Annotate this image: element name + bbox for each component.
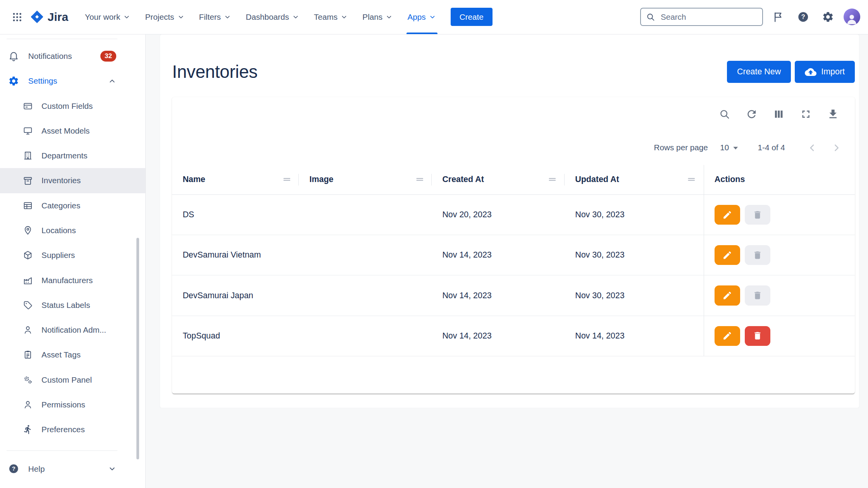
cell-actions [704, 275, 855, 316]
sidebar-item-label: Custom Fields [41, 101, 93, 111]
sidebar-item-suppliers[interactable]: Suppliers [0, 243, 145, 268]
chevron-down-icon [123, 13, 131, 21]
sidebar-item-label: Notification Adm... [41, 325, 106, 335]
nav-dashboards[interactable]: Dashboards [240, 7, 305, 27]
sidebar-item-label: Asset Models [41, 126, 90, 136]
nav-filters[interactable]: Filters [193, 7, 237, 27]
avatar-person-icon [845, 12, 858, 25]
jira-logo-icon [30, 10, 44, 24]
rows-per-page-select[interactable]: 10 [720, 142, 741, 153]
sidebar-item-categories[interactable]: Categories [0, 193, 145, 218]
search-input[interactable] [660, 12, 757, 22]
chevron-down-icon [429, 13, 436, 21]
cell-name: TopSquad [172, 316, 299, 356]
main-content: Inventories Create New Import [146, 34, 868, 488]
nav-label: Dashboards [246, 12, 289, 22]
cell-created-at: Nov 14, 2023 [432, 235, 565, 275]
column-resize-handle-icon[interactable] [414, 174, 425, 185]
sidebar-item-permissions[interactable]: Permissions [0, 392, 145, 417]
sidebar-item-asset-tags[interactable]: Asset Tags [0, 342, 145, 367]
sidebar-item-custom-panel[interactable]: Custom Panel [0, 367, 145, 392]
search-icon [646, 12, 656, 22]
settings-button[interactable] [819, 8, 838, 27]
factory-icon [23, 275, 33, 285]
table-fullscreen-button[interactable] [799, 107, 813, 121]
sidebar-item-preferences[interactable]: Preferences [0, 417, 145, 442]
sidebar-item-label: Preferences [41, 425, 85, 434]
sidebar-item-settings[interactable]: Settings [0, 69, 145, 93]
sidebar-item-manufacturers[interactable]: Manufacturers [0, 268, 145, 292]
sidebar-item-asset-models[interactable]: Asset Models [0, 119, 145, 143]
sidebar-item-label: Custom Panel [41, 375, 92, 385]
nav-label: Plans [362, 12, 382, 22]
cell-image [299, 316, 432, 356]
create-new-button[interactable]: Create New [727, 61, 790, 83]
column-resize-handle-icon[interactable] [281, 174, 293, 185]
sidebar-item-help[interactable]: Help [0, 457, 145, 481]
table-refresh-button[interactable] [744, 107, 759, 121]
column-header-created-at: Created At [432, 165, 565, 195]
edit-button[interactable] [715, 326, 740, 346]
cell-name: DevSamurai Vietnam [172, 235, 299, 275]
edit-button[interactable] [715, 285, 740, 305]
create-button[interactable]: Create [451, 8, 493, 26]
pagination: Rows per page 10 1-4 of 4 [172, 131, 854, 165]
delete-button [745, 245, 770, 265]
building-icon [23, 151, 33, 161]
table-columns-button[interactable] [772, 107, 786, 121]
nav-teams[interactable]: Teams [308, 7, 354, 27]
help-circle-icon [8, 463, 19, 474]
sidebar-item-departments[interactable]: Departments [0, 143, 145, 168]
sidebar-item-inventories[interactable]: Inventories [0, 168, 145, 193]
pagination-range: 1-4 of 4 [758, 143, 785, 152]
sidebar-item-notifications[interactable]: Notifications 32 [0, 44, 145, 69]
gear-icon [822, 11, 834, 23]
nav-plans[interactable]: Plans [357, 7, 398, 27]
user-avatar[interactable] [844, 9, 860, 25]
archive-box-icon [23, 176, 33, 186]
bell-icon [8, 51, 19, 62]
table-search-button[interactable] [718, 107, 732, 121]
announcements-button[interactable] [769, 8, 788, 27]
cell-created-at: Nov 20, 2023 [432, 195, 565, 235]
cell-name: DS [172, 195, 299, 235]
chevron-right-icon [830, 142, 842, 154]
sidebar-item-label: Notifications [28, 52, 72, 61]
nav-label: Projects [145, 12, 174, 22]
cell-updated-at: Nov 30, 2023 [565, 195, 704, 235]
import-button[interactable]: Import [795, 61, 855, 83]
primary-nav: Your work Projects Filters Dashboards Te… [79, 0, 493, 34]
pencil-icon [722, 331, 732, 341]
delete-button[interactable] [745, 326, 770, 346]
monitor-icon [23, 126, 33, 136]
nav-projects[interactable]: Projects [140, 7, 190, 27]
nav-your-work[interactable]: Your work [79, 7, 136, 27]
column-header-name: Name [172, 165, 299, 195]
column-label: Updated At [575, 175, 619, 184]
page-header: Inventories Create New Import [172, 34, 854, 83]
app-switcher-button[interactable] [8, 8, 27, 27]
edit-button[interactable] [715, 205, 740, 225]
edit-button[interactable] [715, 245, 740, 265]
table-download-button[interactable] [826, 107, 840, 121]
nav-apps[interactable]: Apps [402, 7, 442, 27]
cell-updated-at: Nov 30, 2023 [565, 235, 704, 275]
column-label: Created At [442, 175, 484, 184]
sidebar-item-custom-fields[interactable]: Custom Fields [0, 93, 145, 118]
column-resize-handle-icon[interactable] [547, 174, 558, 185]
cloud-upload-icon [805, 66, 816, 78]
person-icon [23, 325, 33, 335]
sidebar-item-status-labels[interactable]: Status Labels [0, 293, 145, 318]
sidebar-item-label: Categories [41, 201, 80, 210]
column-resize-handle-icon[interactable] [686, 174, 697, 185]
help-button[interactable] [794, 8, 813, 27]
cell-updated-at: Nov 30, 2023 [565, 275, 704, 316]
jira-logo[interactable]: Jira [30, 10, 68, 24]
sidebar-item-locations[interactable]: Locations [0, 218, 145, 243]
sidebar-item-notification-admin[interactable]: Notification Adm... [0, 318, 145, 342]
search-icon [718, 108, 730, 120]
clipboard-icon [23, 350, 33, 360]
nav-label: Teams [314, 12, 338, 22]
sidebar-scrollbar[interactable] [136, 238, 139, 459]
import-button-label: Import [821, 67, 845, 77]
